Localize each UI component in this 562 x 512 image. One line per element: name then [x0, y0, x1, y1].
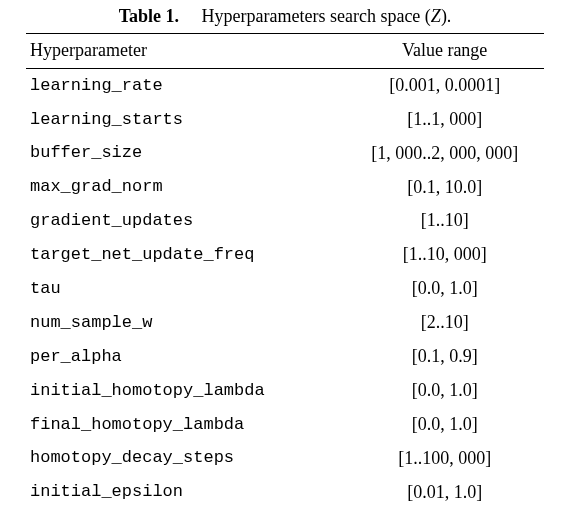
- table-row: homotopy_decay_steps [1..100, 000]: [26, 442, 544, 476]
- table-row: initial_epsilon [0.01, 1.0]: [26, 476, 544, 510]
- param-range: [1..1, 000]: [345, 103, 544, 137]
- caption-text-after: ).: [441, 6, 452, 26]
- param-name: max_grad_norm: [26, 171, 345, 205]
- param-range: [0.1, 0.9]: [345, 340, 544, 374]
- param-range: [1..100, 000]: [345, 442, 544, 476]
- param-range: [0.001, 0.0001]: [345, 68, 544, 102]
- table-row: max_grad_norm [0.1, 10.0]: [26, 171, 544, 205]
- param-name: per_alpha: [26, 340, 345, 374]
- param-range: [2..10]: [345, 306, 544, 340]
- table-row: initial_homotopy_lambda [0.0, 1.0]: [26, 374, 544, 408]
- table-header-row: Hyperparameter Value range: [26, 34, 544, 69]
- param-range: [0.1, 10.0]: [345, 171, 544, 205]
- param-name: buffer_size: [26, 137, 345, 171]
- param-name: num_sample_w: [26, 306, 345, 340]
- param-range: [0.0, 1.0]: [345, 272, 544, 306]
- param-name: homotopy_decay_steps: [26, 442, 345, 476]
- param-name: target_net_update_freq: [26, 238, 345, 272]
- table-row: per_alpha [0.1, 0.9]: [26, 340, 544, 374]
- param-range: [0.0, 1.0]: [345, 374, 544, 408]
- table-row: target_net_update_freq [1..10, 000]: [26, 238, 544, 272]
- caption-text-before: Hyperparameters search space (: [201, 6, 430, 26]
- param-name: initial_epsilon: [26, 476, 345, 510]
- caption-var: Z: [431, 6, 441, 26]
- table-row: final_homotopy_lambda [0.0, 1.0]: [26, 408, 544, 442]
- header-value-range: Value range: [345, 34, 544, 69]
- table-row: tau [0.0, 1.0]: [26, 272, 544, 306]
- table-row: learning_rate [0.001, 0.0001]: [26, 68, 544, 102]
- header-hyperparameter: Hyperparameter: [26, 34, 345, 69]
- param-range: [0.0, 1.0]: [345, 408, 544, 442]
- param-range: [1..10]: [345, 204, 544, 238]
- param-range: [1..10, 000]: [345, 238, 544, 272]
- param-name: learning_rate: [26, 68, 345, 102]
- param-name: final_homotopy_lambda: [26, 408, 345, 442]
- table-label: Table 1.: [119, 6, 179, 26]
- param-name: tau: [26, 272, 345, 306]
- table-body: learning_rate [0.001, 0.0001] learning_s…: [26, 68, 544, 512]
- param-range: [0.01, 1.0]: [345, 476, 544, 510]
- param-name: initial_homotopy_lambda: [26, 374, 345, 408]
- table-row: learning_starts [1..1, 000]: [26, 103, 544, 137]
- param-name: learning_starts: [26, 103, 345, 137]
- caption-gap: [183, 6, 197, 26]
- table-row: num_sample_w [2..10]: [26, 306, 544, 340]
- param-name: gradient_updates: [26, 204, 345, 238]
- hyperparameter-table: Hyperparameter Value range learning_rate…: [26, 33, 544, 512]
- param-range: [1, 000..2, 000, 000]: [345, 137, 544, 171]
- page: Table 1. Hyperparameters search space (Z…: [0, 0, 562, 512]
- table-caption: Table 1. Hyperparameters search space (Z…: [26, 6, 544, 27]
- table-row: buffer_size [1, 000..2, 000, 000]: [26, 137, 544, 171]
- table-row: gradient_updates [1..10]: [26, 204, 544, 238]
